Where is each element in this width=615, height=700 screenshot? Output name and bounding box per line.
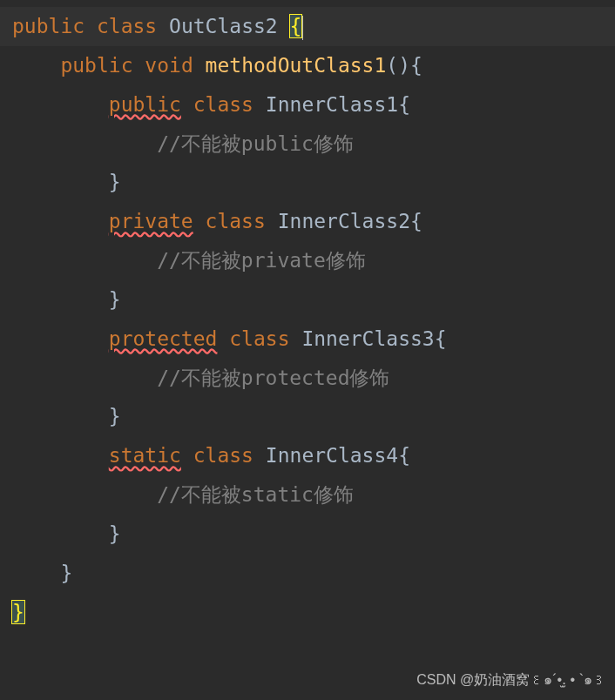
keyword-public: public	[12, 15, 84, 37]
class-name: InnerClass4{	[266, 444, 410, 467]
text-caret	[302, 16, 303, 40]
keyword-class: class	[193, 93, 253, 116]
code-line[interactable]: }	[12, 163, 615, 202]
keyword-static-error: static	[109, 444, 181, 467]
keyword-class: class	[97, 15, 157, 37]
code-line[interactable]: }	[12, 515, 615, 554]
code-line[interactable]: //不能被public修饰	[12, 125, 615, 164]
code-line[interactable]: private class InnerClass2{	[12, 202, 615, 241]
code-line[interactable]: }	[12, 397, 615, 436]
keyword-void: void	[145, 54, 193, 77]
brace-close: }	[109, 405, 121, 427]
comment-text: //不能被static修饰	[157, 483, 354, 506]
parens-brace: (){	[386, 54, 422, 77]
brace-close: }	[60, 562, 72, 584]
keyword-class: class	[193, 444, 253, 467]
code-line[interactable]: }	[12, 593, 615, 632]
keyword-public: public	[60, 54, 132, 77]
watermark-text: CSDN @奶油酒窝꒰๑´•.̫ • `๑꒱	[416, 666, 606, 693]
code-editor[interactable]: public class OutClass2 { public void met…	[0, 0, 615, 632]
keyword-class: class	[206, 210, 266, 232]
code-line[interactable]: //不能被static修饰	[12, 475, 615, 515]
code-line[interactable]: public void methodOutClass1(){	[12, 46, 615, 85]
brace-close: }	[109, 288, 121, 311]
class-name: InnerClass3{	[301, 327, 446, 350]
comment-text: //不能被public修饰	[157, 132, 354, 155]
code-line[interactable]: public class OutClass2 {	[12, 7, 615, 46]
code-line[interactable]: }	[12, 554, 615, 593]
code-line[interactable]: //不能被private修饰	[12, 241, 615, 280]
code-line[interactable]: public class InnerClass1{	[12, 85, 615, 125]
keyword-protected-error: protected	[109, 327, 218, 350]
brace-close: }	[109, 171, 121, 193]
keyword-private-error: private	[109, 210, 193, 232]
keyword-class: class	[229, 327, 289, 350]
code-line[interactable]: //不能被protected修饰	[12, 359, 615, 398]
brace-close-highlighted: }	[12, 601, 24, 623]
code-line[interactable]: static class InnerClass4{	[12, 436, 615, 475]
code-line[interactable]: protected class InnerClass3{	[12, 320, 615, 359]
brace-open-highlighted: {	[290, 15, 302, 37]
class-name: InnerClass2{	[278, 210, 422, 232]
code-line[interactable]: }	[12, 280, 615, 320]
keyword-public-error: public	[109, 93, 181, 116]
method-name: methodOutClass1	[206, 54, 387, 77]
comment-text: //不能被private修饰	[157, 249, 366, 272]
brace-close: }	[109, 522, 121, 545]
class-name: InnerClass1{	[266, 93, 410, 116]
class-name: OutClass2	[169, 15, 278, 37]
comment-text: //不能被protected修饰	[157, 367, 389, 389]
